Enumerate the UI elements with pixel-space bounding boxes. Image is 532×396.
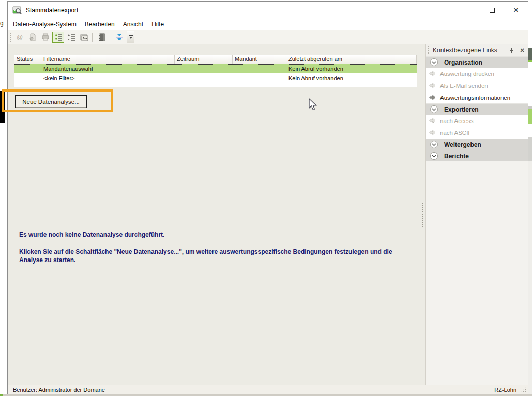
export-document-icon bbox=[26, 32, 38, 43]
arrow-right-icon bbox=[429, 71, 436, 77]
minimize-icon bbox=[466, 10, 472, 10]
background-segment bbox=[528, 161, 532, 396]
chevron-down-icon[interactable] bbox=[430, 152, 438, 160]
section-label: Weitergeben bbox=[444, 141, 481, 148]
table-row[interactable]: <kein Filter> Kein Abruf vorhanden bbox=[14, 73, 417, 83]
instruction-message: Klicken Sie auf die Schaltfläche "Neue D… bbox=[19, 248, 413, 264]
column-header-zuletzt-abgerufen-am[interactable]: Zuletzt abgerufen am bbox=[286, 55, 417, 64]
background-text-fragment: g bbox=[0, 20, 4, 27]
pin-icon[interactable] bbox=[507, 45, 516, 55]
toolbar-overflow-button[interactable] bbox=[127, 31, 134, 43]
context-links-panel: Kontextbezogene Links × Organisation Aus… bbox=[425, 44, 528, 385]
svg-text:@: @ bbox=[17, 34, 23, 41]
close-button[interactable]: × bbox=[504, 2, 528, 19]
cell-filtername: Mandantenauswahl bbox=[41, 66, 175, 72]
chevron-down-icon[interactable] bbox=[430, 141, 438, 148]
background-segment bbox=[528, 60, 532, 62]
app-icon bbox=[12, 6, 22, 14]
status-bar: Benutzer: Administrator der Domäne RZ-Lo… bbox=[8, 385, 528, 394]
status-system: RZ-Lohn bbox=[494, 387, 516, 393]
arrow-right-icon bbox=[429, 118, 436, 124]
table-row[interactable]: Mandantenauswahl Kein Abruf vorhanden bbox=[14, 64, 417, 73]
link-nach-ascii: nach ASCII bbox=[426, 127, 528, 139]
arrow-right-icon bbox=[429, 95, 436, 100]
no-analysis-message: Es wurde noch keine Datenanalyse durchge… bbox=[19, 231, 164, 239]
resize-grip[interactable] bbox=[521, 387, 527, 393]
menu-bar: Daten-Analyse-System Bearbeiten Ansicht … bbox=[8, 19, 528, 30]
filter-table: Status Filtername Zeitraum Mandant Zulet… bbox=[14, 55, 417, 87]
status-user: Benutzer: Administrator der Domäne bbox=[13, 387, 494, 393]
column-header-filtername[interactable]: Filtername bbox=[41, 55, 175, 64]
background-segment bbox=[528, 109, 532, 124]
cell-filtername: <kein Filter> bbox=[41, 75, 175, 81]
minimize-button[interactable] bbox=[457, 2, 480, 19]
cell-zuletzt-abgerufen-am: Kein Abruf vorhanden bbox=[286, 66, 417, 72]
title-bar: Stammdatenexport × bbox=[8, 2, 528, 19]
link-als-email-senden: Als E-Mail senden bbox=[426, 80, 528, 92]
arrow-right-icon bbox=[429, 83, 436, 88]
background-window-left-strip: g bbox=[0, 0, 7, 396]
menu-daten-analyse-system[interactable]: Daten-Analyse-System bbox=[9, 19, 81, 29]
overflow-bar-icon bbox=[129, 35, 133, 36]
toolbar-separator bbox=[92, 33, 93, 42]
print-icon bbox=[39, 32, 51, 43]
table-header-row: Status Filtername Zeitraum Mandant Zulet… bbox=[14, 55, 417, 64]
section-berichte[interactable]: Berichte bbox=[426, 150, 528, 161]
arrow-right-icon bbox=[429, 130, 436, 135]
cell-zuletzt-abgerufen-am: Kein Abruf vorhanden bbox=[286, 75, 417, 81]
background-window-right-strip bbox=[528, 0, 532, 396]
panel-title: Kontextbezogene Links bbox=[433, 47, 507, 54]
annotation-highlight-rect bbox=[2, 89, 113, 112]
chevron-down-icon[interactable] bbox=[430, 105, 438, 113]
column-header-zeitraum[interactable]: Zeitraum bbox=[175, 55, 233, 64]
section-organisation[interactable]: Organisation bbox=[426, 56, 528, 68]
toolbar-grip[interactable] bbox=[10, 33, 12, 42]
menu-hilfe[interactable]: Hilfe bbox=[147, 19, 168, 29]
screen: g Stammdatenexport × bbox=[0, 0, 532, 396]
section-exportieren[interactable]: Exportieren bbox=[426, 103, 528, 115]
overflow-arrow-icon bbox=[129, 37, 132, 39]
background-segment bbox=[528, 137, 532, 161]
context-links-header: Kontextbezogene Links × bbox=[426, 44, 528, 56]
link-auswertung-drucken: Auswertung drucken bbox=[426, 68, 528, 80]
list-view-icon[interactable] bbox=[65, 32, 77, 43]
section-label: Organisation bbox=[444, 59, 482, 66]
app-window: Stammdatenexport × Daten-Analyse-System … bbox=[7, 1, 528, 394]
chevron-down-icon[interactable] bbox=[430, 58, 438, 66]
column-header-status[interactable]: Status bbox=[14, 55, 41, 64]
toolbar: @ bbox=[8, 30, 528, 44]
close-icon: × bbox=[513, 6, 519, 14]
maximize-icon bbox=[490, 8, 495, 13]
window-controls: × bbox=[457, 2, 528, 19]
splitter-grip[interactable] bbox=[422, 203, 424, 227]
link-nach-access: nach Access bbox=[426, 115, 528, 127]
column-width-icon[interactable] bbox=[78, 32, 90, 43]
maximize-button[interactable] bbox=[480, 2, 504, 19]
toolbar-separator bbox=[110, 33, 110, 42]
detail-view-icon[interactable] bbox=[52, 32, 64, 43]
menu-ansicht[interactable]: Ansicht bbox=[119, 19, 147, 29]
link-auswertungsinformationen[interactable]: Auswertungsinformationen bbox=[426, 92, 528, 103]
notebook-icon[interactable] bbox=[96, 32, 108, 43]
column-header-mandant[interactable]: Mandant bbox=[233, 55, 286, 64]
window-title: Stammdatenexport bbox=[26, 7, 78, 14]
background-segment bbox=[528, 48, 532, 60]
collapse-rows-icon[interactable] bbox=[113, 32, 125, 43]
section-label: Berichte bbox=[444, 153, 469, 160]
at-email-icon: @ bbox=[13, 32, 25, 43]
panel-close-icon[interactable]: × bbox=[518, 45, 527, 55]
section-label: Exportieren bbox=[444, 106, 479, 113]
mouse-cursor bbox=[309, 98, 318, 112]
menu-bearbeiten[interactable]: Bearbeiten bbox=[81, 19, 119, 29]
panel-grip[interactable] bbox=[428, 46, 430, 54]
section-weitergeben[interactable]: Weitergeben bbox=[426, 139, 528, 150]
